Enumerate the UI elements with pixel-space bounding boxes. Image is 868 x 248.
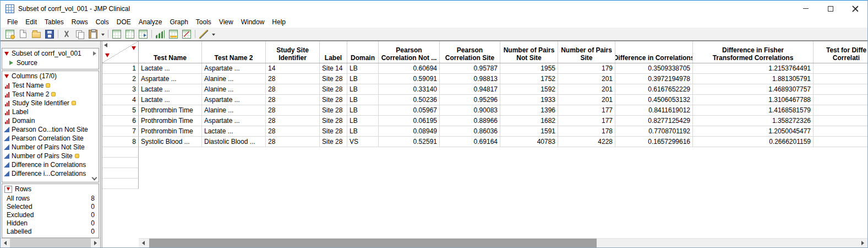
cell-test-for-difference-in-correlations[interactable] <box>814 137 867 147</box>
row-number[interactable]: 7 <box>102 126 139 137</box>
cell-study-site-identifier[interactable]: 28 <box>266 74 320 84</box>
cell-study-site-identifier[interactable]: 14 <box>266 63 320 74</box>
cell-pearson-correlation-site[interactable]: 0.94817 <box>440 84 500 95</box>
menu-window[interactable]: Window <box>237 17 269 28</box>
cut-button[interactable] <box>60 28 73 40</box>
column-item[interactable]: Number of Pairs Site <box>2 152 99 160</box>
cell-study-site-identifier[interactable]: 28 <box>266 137 320 147</box>
row-number[interactable] <box>102 179 139 189</box>
row-number[interactable] <box>102 168 139 179</box>
rows-stat-all-rows[interactable]: All rows8 <box>2 194 99 202</box>
grid-rows-menu-icon[interactable] <box>105 53 110 57</box>
cell-test-name-2[interactable]: Lactate ... <box>202 126 266 137</box>
column-header-row-number[interactable] <box>102 41 139 63</box>
row-number[interactable]: 2 <box>102 74 139 84</box>
cell-test-name[interactable]: Prothrombin Time <box>139 126 202 137</box>
menu-rows[interactable]: Rows <box>68 17 92 28</box>
maximize-button[interactable] <box>818 1 843 17</box>
cell-test-for-difference-in-correlations[interactable] <box>814 126 867 137</box>
cell-difference-in-correlations[interactable]: 0.3972194978 <box>615 74 693 84</box>
join-table-button[interactable] <box>137 28 150 40</box>
rows-stat-excluded[interactable]: Excluded0 <box>2 211 99 219</box>
column-item[interactable]: Test Name <box>2 81 99 90</box>
collapse-sidebar-icon[interactable] <box>104 43 107 47</box>
cell-number-of-pairs-site[interactable]: 179 <box>558 63 615 74</box>
sidebar-horizontal-scrollbar[interactable] <box>1 238 100 247</box>
paste-button[interactable] <box>86 28 100 40</box>
cell-pearson-correlation-not-site[interactable]: 0.50236 <box>379 95 440 105</box>
cell-label[interactable]: Site 28 <box>320 126 347 137</box>
column-header-study-site-identifier[interactable]: Study SiteIdentifier <box>266 41 320 63</box>
cell-number-of-pairs-site[interactable]: 201 <box>558 84 615 95</box>
cell-number-of-pairs-not-site[interactable]: 1752 <box>500 74 558 84</box>
cell-test-name[interactable]: Prothrombin Time <box>139 105 202 116</box>
cell-test-name[interactable]: Lactate ... <box>139 63 202 74</box>
column-item[interactable]: Test Name 2 <box>2 90 99 99</box>
cell-number-of-pairs-not-site[interactable]: 1933 <box>500 95 558 105</box>
table-horizontal-scrollbar[interactable] <box>139 238 867 247</box>
new-data-table-button[interactable] <box>3 28 17 40</box>
cell-pearson-correlation-site[interactable]: 0.98813 <box>440 74 500 84</box>
cell-test-name-2[interactable]: Alanine ... <box>202 74 266 84</box>
cell-test-name-2[interactable]: Aspartate ... <box>202 63 266 74</box>
cell-pearson-correlation-site[interactable]: 0.95787 <box>440 63 500 74</box>
cell-test-for-difference-in-correlations[interactable] <box>814 116 867 126</box>
cell-difference-in-fisher-transformed-correlations[interactable]: 1.358272326 <box>693 116 814 126</box>
row-number[interactable] <box>102 147 139 158</box>
split-table-button[interactable] <box>123 28 137 40</box>
column-header-label[interactable]: Label <box>320 41 347 63</box>
cell-domain[interactable]: LB <box>347 105 379 116</box>
cell-domain[interactable]: LB <box>347 63 379 74</box>
cell-study-site-identifier[interactable]: 28 <box>266 95 320 105</box>
cell-label[interactable]: Site 28 <box>320 95 347 105</box>
rows-menu-icon[interactable] <box>4 186 12 193</box>
cell-number-of-pairs-site[interactable]: 201 <box>558 74 615 84</box>
column-item[interactable]: Study Site Identifier <box>2 99 99 107</box>
cell-difference-in-fisher-transformed-correlations[interactable]: 0.2666201159 <box>693 137 814 147</box>
menu-file[interactable]: File <box>3 17 21 28</box>
row-number[interactable]: 1 <box>102 63 139 74</box>
cell-number-of-pairs-site[interactable]: 177 <box>558 116 615 126</box>
column-item[interactable]: Difference i...Correlations <box>2 169 99 178</box>
cell-test-for-difference-in-correlations[interactable] <box>814 74 867 84</box>
column-header-difference-in-correlations[interactable]: Difference in Correlations <box>615 41 693 63</box>
cell-domain[interactable]: VS <box>347 137 379 147</box>
cell-difference-in-correlations[interactable]: 0.3509338705 <box>615 63 693 74</box>
scroll-right-icon[interactable] <box>858 239 867 247</box>
row-number[interactable]: 6 <box>102 116 139 126</box>
menu-graph[interactable]: Graph <box>166 17 192 28</box>
scrollbar-track[interactable] <box>10 239 91 247</box>
column-item[interactable]: Pearson Correlation Site <box>2 134 99 143</box>
new-journal-button[interactable] <box>17 28 30 40</box>
rows-stat-labelled[interactable]: Labelled0 <box>2 227 99 235</box>
cell-domain[interactable]: LB <box>347 74 379 84</box>
menu-view[interactable]: View <box>215 17 237 28</box>
column-item[interactable]: Number of Pairs Not Site <box>2 143 99 152</box>
cell-label[interactable]: Site 14 <box>320 63 347 74</box>
cell-test-name-2[interactable]: Aspartate ... <box>202 116 266 126</box>
column-item[interactable]: Pearson Co...tion Not Site <box>2 125 99 134</box>
cell-test-name-2[interactable]: Alanine ... <box>202 105 266 116</box>
cell-study-site-identifier[interactable]: 28 <box>266 126 320 137</box>
cell-test-for-difference-in-correlations[interactable] <box>814 84 867 95</box>
cell-test-name[interactable]: Systolic Blood ... <box>139 137 202 147</box>
grid-columns-menu-icon[interactable] <box>132 46 136 50</box>
cell-number-of-pairs-not-site[interactable]: 1592 <box>500 84 558 95</box>
cell-test-name-2[interactable]: Diastolic Blood ... <box>202 137 266 147</box>
cell-number-of-pairs-site[interactable]: 177 <box>558 105 615 116</box>
menu-tables[interactable]: Tables <box>41 17 68 28</box>
cell-test-name-2[interactable]: Aspartate ... <box>202 95 266 105</box>
scrollbar-thumb[interactable] <box>10 239 91 247</box>
row-number[interactable]: 8 <box>102 137 139 147</box>
cell-study-site-identifier[interactable]: 28 <box>266 116 320 126</box>
cell-difference-in-fisher-transformed-correlations[interactable]: 1.3106467788 <box>693 95 814 105</box>
scrollbar-track[interactable] <box>148 239 858 247</box>
row-number[interactable]: 5 <box>102 105 139 116</box>
cell-test-name-2[interactable]: Alanine ... <box>202 84 266 95</box>
cell-label[interactable]: Site 28 <box>320 116 347 126</box>
rows-stat-selected[interactable]: Selected0 <box>2 202 99 211</box>
cell-pearson-correlation-site[interactable]: 0.90083 <box>440 105 500 116</box>
cell-domain[interactable]: LB <box>347 126 379 137</box>
cell-pearson-correlation-site[interactable]: 0.86036 <box>440 126 500 137</box>
cell-difference-in-fisher-transformed-correlations[interactable]: 1.4168581579 <box>693 105 814 116</box>
